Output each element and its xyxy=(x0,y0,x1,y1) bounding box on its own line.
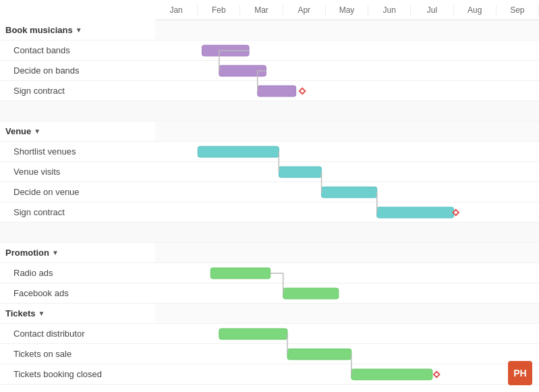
task-facebook-ads: Facebook ads xyxy=(0,283,155,304)
task-shortlist-venues: Shortlist venues xyxy=(0,142,155,162)
task-radio-ads: Radio ads xyxy=(0,263,155,283)
app-container: Book musicians ▼ Contact bands Decide on… xyxy=(0,0,539,392)
task-tickets-on-sale: Tickets on sale xyxy=(0,344,155,364)
task-decide-on-venue: Decide on venue xyxy=(0,182,155,202)
month-jan: Jan xyxy=(155,5,198,15)
month-header-row: Jan Feb Mar Apr May Jun Jul Aug Sep xyxy=(155,0,539,20)
month-may: May xyxy=(326,5,368,15)
chevron-icon: ▼ xyxy=(76,26,82,34)
task-venue-visits: Venue visits xyxy=(0,162,155,182)
row-facebook-ads xyxy=(155,283,539,304)
row-group-0 xyxy=(155,20,539,40)
month-feb: Feb xyxy=(198,5,240,15)
task-list: Book musicians ▼ Contact bands Decide on… xyxy=(0,0,155,392)
group-promotion[interactable]: Promotion ▼ xyxy=(0,243,155,263)
group-label: Promotion xyxy=(5,248,49,258)
gantt-chart: Jan Feb Mar Apr May Jun Jul Aug Sep xyxy=(155,0,539,392)
row-decide-venue xyxy=(155,182,539,202)
row-tickets-sale xyxy=(155,344,539,364)
task-sign-contract-2: Sign contract xyxy=(0,202,155,223)
month-jun: Jun xyxy=(368,5,411,15)
month-mar: Mar xyxy=(240,5,283,15)
row-shortlist xyxy=(155,142,539,162)
task-contact-distributor: Contact distributor xyxy=(0,324,155,344)
task-sign-contract-1: Sign contract xyxy=(0,81,155,101)
row-spacer-2 xyxy=(155,223,539,243)
group-venue[interactable]: Venue ▼ xyxy=(0,121,155,142)
task-decide-on-bands: Decide on bands xyxy=(0,61,155,81)
group-label: Venue xyxy=(5,126,31,136)
row-group-3 xyxy=(155,304,539,324)
ph-badge[interactable]: PH xyxy=(508,361,532,385)
chevron-icon: ▼ xyxy=(52,249,59,256)
month-apr: Apr xyxy=(283,5,326,15)
spacer-1 xyxy=(0,101,155,121)
row-venue-visits xyxy=(155,162,539,182)
month-jul: Jul xyxy=(411,5,453,15)
row-radio-ads xyxy=(155,263,539,283)
group-label: Book musicians xyxy=(5,25,73,35)
row-contact-bands xyxy=(155,40,539,61)
group-book-musicians[interactable]: Book musicians ▼ xyxy=(0,20,155,40)
chevron-icon: ▼ xyxy=(34,128,40,135)
row-group-2 xyxy=(155,243,539,263)
row-sign-contract-1 xyxy=(155,81,539,101)
gantt-rows xyxy=(155,20,539,385)
row-decide-bands xyxy=(155,61,539,81)
row-spacer-1 xyxy=(155,101,539,121)
row-tickets-closed xyxy=(155,364,539,385)
month-sep: Sep xyxy=(497,5,539,15)
month-aug: Aug xyxy=(454,5,497,15)
group-label: Tickets xyxy=(5,308,36,318)
task-contact-bands: Contact bands xyxy=(0,40,155,61)
row-sign-contract-2 xyxy=(155,202,539,223)
row-contact-dist xyxy=(155,324,539,344)
chevron-icon: ▼ xyxy=(38,310,45,317)
spacer-2 xyxy=(0,223,155,243)
task-tickets-booking-closed: Tickets booking closed xyxy=(0,364,155,385)
row-group-1 xyxy=(155,121,539,142)
group-tickets[interactable]: Tickets ▼ xyxy=(0,304,155,324)
